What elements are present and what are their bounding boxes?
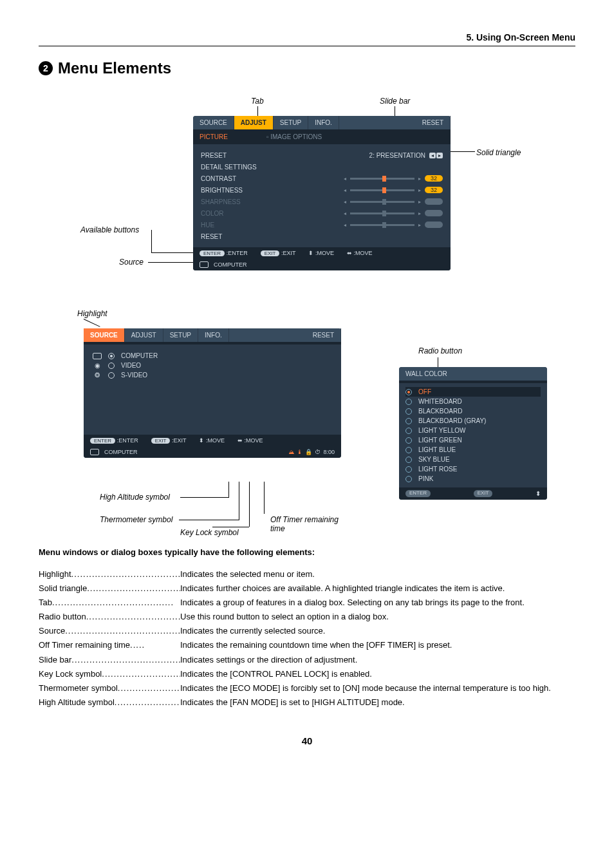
- row-detail-settings[interactable]: DETAIL SETTINGS: [201, 161, 443, 173]
- radio-icon: [108, 353, 115, 359]
- section-header: 5. Using On-Screen Menu: [39, 32, 575, 46]
- radio-icon: [108, 372, 115, 379]
- tab-source[interactable]: SOURCE: [193, 116, 234, 129]
- thermometer-icon: 🌡: [297, 449, 302, 455]
- key-lock-icon: 🔒: [305, 449, 312, 455]
- label-available-buttons: Available buttons: [80, 225, 139, 234]
- wall-item[interactable]: BLACKBOARD: [405, 406, 541, 416]
- row-preset[interactable]: PRESET 2: PRESENTATION ◂▸: [201, 149, 443, 161]
- label-solid-triangle: Solid triangle: [476, 148, 521, 157]
- tab-adjust-2[interactable]: ADJUST: [125, 328, 163, 342]
- row-hue: HUE ◂ ▸: [201, 219, 443, 231]
- tab-info[interactable]: INFO.: [308, 116, 339, 129]
- row-contrast[interactable]: CONTRAST ◂ ▸ 32: [201, 173, 443, 184]
- menu-footer-hints: ENTER :ENTER EXIT :EXIT ⬍ :MOVE ⬌ :MOVE: [193, 247, 451, 259]
- slider-brightness[interactable]: [350, 189, 414, 191]
- title-bullet: 2: [39, 61, 53, 75]
- tab-reset-2[interactable]: RESET: [306, 328, 341, 342]
- row-sharpness: SHARPNESS ◂ ▸: [201, 196, 443, 207]
- figure-menu-elements: Tab Slide bar Solid triangle Available b…: [39, 97, 575, 296]
- tab-reset[interactable]: RESET: [416, 116, 451, 129]
- wall-item[interactable]: WHITEBOARD: [405, 397, 541, 406]
- radio-icon: [405, 389, 412, 395]
- timer-value: 8:00: [323, 449, 335, 455]
- row-brightness[interactable]: BRIGHTNESS ◂ ▸ 32: [201, 184, 443, 196]
- source-video[interactable]: ◉ VIDEO: [93, 361, 332, 370]
- solid-triangle-icon[interactable]: ◂▸: [429, 153, 443, 158]
- page-number: 40: [39, 735, 575, 746]
- computer-icon: [90, 449, 99, 455]
- menu-footer-2: ENTER :ENTER EXIT :EXIT ⬍ :MOVE ⬌ :MOVE: [84, 435, 341, 446]
- timer-icon: ⏱: [315, 449, 321, 455]
- row-color: COLOR ◂ ▸: [201, 207, 443, 219]
- computer-icon: [200, 261, 209, 268]
- description-list: Highlight...............................…: [39, 567, 575, 710]
- tab-source-2[interactable]: SOURCE: [84, 328, 125, 342]
- wall-item[interactable]: BLACKBOARD (GRAY): [405, 416, 541, 426]
- high-altitude-icon: ⛰: [288, 449, 294, 455]
- wall-header: WALL COLOR: [399, 367, 547, 381]
- label-thermometer: Thermometer symbol: [100, 515, 172, 524]
- subtab-picture[interactable]: PICTURE: [193, 131, 234, 142]
- source-svideo[interactable]: ❂ S-VIDEO: [93, 370, 332, 380]
- label-slide-bar: Slide bar: [380, 97, 410, 106]
- label-tab: Tab: [251, 97, 264, 106]
- row-reset[interactable]: RESET: [201, 231, 443, 242]
- radio-icon: [108, 363, 115, 369]
- label-high-altitude: High Altitude symbol: [100, 493, 170, 502]
- source-indicator: COMPUTER: [193, 259, 451, 270]
- source-computer[interactable]: COMPUTER: [93, 351, 332, 361]
- label-source: Source: [119, 258, 144, 267]
- tab-setup-2[interactable]: SETUP: [163, 328, 198, 342]
- slider-contrast[interactable]: [350, 178, 414, 180]
- figure-source-wall: Highlight Radio button SOURCE ADJUST SET…: [39, 309, 575, 528]
- wall-item[interactable]: PINK: [405, 474, 541, 484]
- wall-item[interactable]: LIGHT GREEN: [405, 435, 541, 445]
- menu-box-adjust: SOURCE ADJUST SETUP INFO. RESET PICTURE …: [193, 116, 451, 270]
- tab-info-2[interactable]: INFO.: [198, 328, 229, 342]
- label-radio-button: Radio button: [418, 346, 462, 355]
- wall-color-panel: WALL COLOR OFF WHITEBOARD BLACKBOARD BLA…: [399, 367, 547, 500]
- wall-footer: ENTER EXIT ⬍: [399, 487, 547, 500]
- source-indicator-2: COMPUTER ⛰ 🌡 🔒 ⏱ 8:00: [84, 446, 341, 458]
- subtab-image-options[interactable]: ▫ IMAGE OPTIONS: [260, 131, 328, 142]
- wall-item-off[interactable]: OFF: [405, 387, 541, 397]
- wall-item[interactable]: LIGHT ROSE: [405, 464, 541, 474]
- wall-item[interactable]: LIGHT YELLOW: [405, 426, 541, 435]
- computer-icon: [93, 353, 102, 359]
- wall-item[interactable]: LIGHT BLUE: [405, 445, 541, 455]
- label-highlight: Highlight: [77, 309, 107, 318]
- description-heading: Menu windows or dialog boxes typically h…: [39, 547, 575, 557]
- page-title: 2 Menu Elements: [39, 59, 575, 77]
- tab-setup[interactable]: SETUP: [274, 116, 308, 129]
- tab-adjust[interactable]: ADJUST: [234, 116, 274, 129]
- label-key-lock: Key Lock symbol: [180, 528, 239, 537]
- wall-item[interactable]: SKY BLUE: [405, 455, 541, 464]
- menu-box-source: SOURCE ADJUST SETUP INFO. RESET COMPUTER…: [84, 328, 341, 458]
- label-off-timer: Off Timer remaining time: [270, 515, 354, 533]
